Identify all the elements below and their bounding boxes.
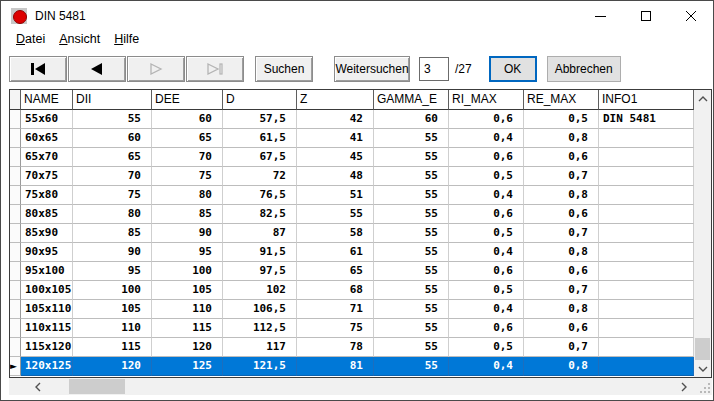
cell-ri_max[interactable]: 0,6 [449,110,524,129]
row-selector-cell[interactable] [10,205,21,224]
row-selector-cell[interactable] [10,319,21,338]
cell-z[interactable]: 75 [297,319,374,338]
cell-gamma_e[interactable]: 55 [374,281,449,300]
cell-ri_max[interactable]: 0,5 [449,338,524,357]
cell-dee[interactable]: 75 [152,167,223,186]
cell-dii[interactable]: 60 [73,129,152,148]
cell-info1[interactable] [599,129,694,148]
cell-dii[interactable]: 70 [73,167,152,186]
cell-re_max[interactable]: 0,7 [524,281,599,300]
cell-name[interactable]: 110x115 [21,319,73,338]
cell-z[interactable]: 71 [297,300,374,319]
cell-d[interactable]: 82,5 [223,205,297,224]
cell-info1[interactable] [599,300,694,319]
row-selector-cell[interactable] [10,148,21,167]
cell-dii[interactable]: 75 [73,186,152,205]
cell-gamma_e[interactable]: 55 [374,319,449,338]
cell-info1[interactable] [599,186,694,205]
scroll-up-button[interactable] [694,90,711,107]
cell-z[interactable]: 65 [297,262,374,281]
column-header-gamma_e[interactable]: GAMMA_E [374,90,449,110]
cell-dee[interactable]: 80 [152,186,223,205]
cell-dee[interactable]: 95 [152,243,223,262]
cell-dee[interactable]: 60 [152,110,223,129]
cell-z[interactable]: 41 [297,129,374,148]
column-header-ri_max[interactable]: RI_MAX [449,90,524,110]
cell-re_max[interactable]: 0,6 [524,319,599,338]
minimize-button[interactable] [578,1,623,31]
cell-ri_max[interactable]: 0,4 [449,243,524,262]
cell-d[interactable]: 61,5 [223,129,297,148]
cell-info1[interactable] [599,205,694,224]
scroll-right-button[interactable] [675,378,692,395]
cell-name[interactable]: 90x95 [21,243,73,262]
cell-gamma_e[interactable]: 55 [374,148,449,167]
cell-ri_max[interactable]: 0,4 [449,186,524,205]
cell-dii[interactable]: 85 [73,224,152,243]
cell-gamma_e[interactable]: 55 [374,243,449,262]
scroll-down-button[interactable] [694,360,711,377]
cell-d[interactable]: 106,5 [223,300,297,319]
table-row[interactable]: 90x95909591,561550,40,8 [10,243,694,262]
cell-re_max[interactable]: 0,8 [524,186,599,205]
cell-dii[interactable]: 55 [73,110,152,129]
resize-grip[interactable] [695,378,712,395]
cell-gamma_e[interactable]: 55 [374,167,449,186]
cell-ri_max[interactable]: 0,4 [449,357,524,376]
cell-d[interactable]: 121,5 [223,357,297,376]
column-header-name[interactable]: NAME [21,90,73,110]
column-header-dee[interactable]: DEE [152,90,223,110]
column-header-info1[interactable]: INFO1 [599,90,694,110]
cell-info1[interactable] [599,243,694,262]
cell-name[interactable]: 120x125 [21,357,73,376]
cell-gamma_e[interactable]: 55 [374,129,449,148]
cell-d[interactable]: 87 [223,224,297,243]
cell-dii[interactable]: 120 [73,357,152,376]
row-selector-cell[interactable] [10,281,21,300]
cell-z[interactable]: 61 [297,243,374,262]
cell-gamma_e[interactable]: 55 [374,300,449,319]
first-record-button[interactable] [9,56,67,82]
cell-ri_max[interactable]: 0,5 [449,224,524,243]
horizontal-scroll-thumb[interactable] [69,379,125,394]
row-selector-cell[interactable] [10,300,21,319]
row-selector-cell[interactable]: ► [10,357,21,376]
ok-button[interactable]: OK [489,56,537,82]
column-header-re_max[interactable]: RE_MAX [524,90,599,110]
table-row[interactable]: 60x65606561,541550,40,8 [10,129,694,148]
cell-dee[interactable]: 100 [152,262,223,281]
cell-gamma_e[interactable]: 55 [374,357,449,376]
cell-info1[interactable] [599,167,694,186]
next-record-button-disabled[interactable] [127,56,185,82]
cell-info1[interactable]: DIN 5481 [599,110,694,129]
cell-name[interactable]: 85x90 [21,224,73,243]
cell-dii[interactable]: 115 [73,338,152,357]
table-row[interactable]: 115x12011512011778550,50,7 [10,338,694,357]
cell-ri_max[interactable]: 0,4 [449,300,524,319]
cell-dee[interactable]: 85 [152,205,223,224]
table-row[interactable]: 85x9085908758550,50,7 [10,224,694,243]
cell-dii[interactable]: 100 [73,281,152,300]
cell-gamma_e[interactable]: 55 [374,338,449,357]
cell-re_max[interactable]: 0,6 [524,262,599,281]
cell-z[interactable]: 51 [297,186,374,205]
cell-re_max[interactable]: 0,5 [524,110,599,129]
cell-d[interactable]: 112,5 [223,319,297,338]
cell-dee[interactable]: 90 [152,224,223,243]
table-row[interactable]: 100x10510010510268550,50,7 [10,281,694,300]
cell-dii[interactable]: 110 [73,319,152,338]
cell-name[interactable]: 75x80 [21,186,73,205]
cell-z[interactable]: 58 [297,224,374,243]
table-row[interactable]: 110x115110115112,575550,60,6 [10,319,694,338]
horizontal-scrollbar[interactable] [9,378,695,395]
cell-d[interactable]: 76,5 [223,186,297,205]
cell-re_max[interactable]: 0,8 [524,129,599,148]
cell-info1[interactable] [599,148,694,167]
cell-z[interactable]: 68 [297,281,374,300]
cell-re_max[interactable]: 0,8 [524,357,599,376]
scroll-left-button[interactable] [29,378,46,395]
row-selector-cell[interactable] [10,186,21,205]
cell-name[interactable]: 70x75 [21,167,73,186]
column-header-dii[interactable]: DII [73,90,152,110]
cell-info1[interactable] [599,262,694,281]
